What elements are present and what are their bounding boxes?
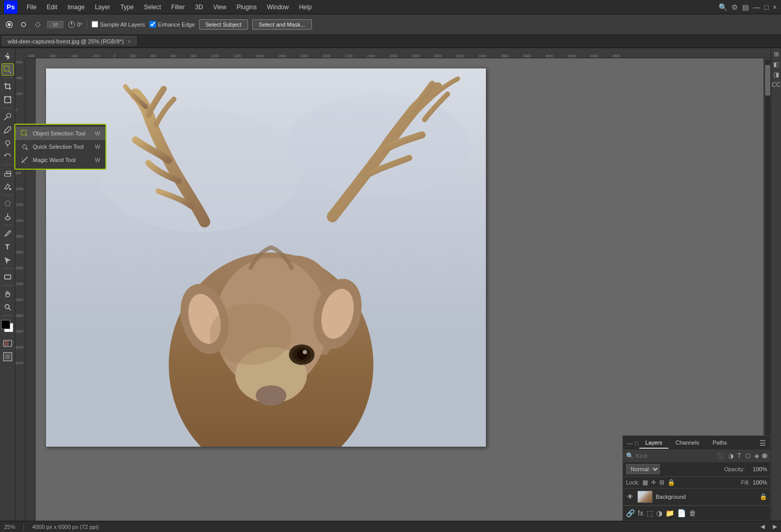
- brush-preset-picker[interactable]: [4, 19, 14, 30]
- layers-footer: 🔗 fx ⬚ ◑ 📁 📄 🗑: [623, 505, 770, 520]
- spot-healing-tool[interactable]: [2, 110, 14, 123]
- menu-3d[interactable]: 3D: [191, 2, 207, 12]
- minimize-btn[interactable]: —: [753, 3, 760, 11]
- eraser-tool[interactable]: [2, 167, 14, 179]
- panel-minimize-btn[interactable]: —: [627, 440, 633, 446]
- menu-plugins[interactable]: Plugins: [233, 2, 261, 12]
- paint-bucket-tool[interactable]: [2, 180, 14, 193]
- lock-artboard-btn[interactable]: ⊞: [659, 479, 664, 486]
- foreground-color-swatch[interactable]: [1, 320, 10, 329]
- svg-marker-8: [9, 71, 11, 73]
- cc-libraries-btn[interactable]: CC: [772, 81, 780, 89]
- sample-all-layers-check[interactable]: Sample All Layers: [92, 21, 145, 28]
- paths-tab[interactable]: Paths: [706, 437, 733, 449]
- enhance-edge-check[interactable]: Enhance Edge: [149, 21, 195, 28]
- filter-type-btn[interactable]: T: [737, 452, 742, 459]
- maximize-btn[interactable]: □: [764, 3, 768, 11]
- svg-point-44: [286, 94, 471, 196]
- svg-rect-25: [5, 275, 11, 279]
- brush-tool[interactable]: [2, 124, 14, 136]
- new-adjustment-btn[interactable]: ◑: [656, 509, 662, 517]
- workspace-icon[interactable]: ⚙: [731, 3, 738, 11]
- tab-close-btn[interactable]: ×: [128, 39, 131, 44]
- clone-stamp-tool[interactable]: [2, 137, 14, 149]
- history-brush-tool[interactable]: [2, 150, 14, 163]
- channels-tab[interactable]: Channels: [670, 437, 705, 449]
- filter-smartobj-btn[interactable]: ◈: [753, 452, 760, 459]
- blur-tool[interactable]: [2, 197, 14, 210]
- new-group-btn[interactable]: 📁: [665, 509, 674, 517]
- adjustments-collapse-btn[interactable]: ◨: [772, 71, 780, 79]
- hand-tool[interactable]: [2, 288, 14, 300]
- nav-next-btn[interactable]: ▶: [773, 523, 777, 530]
- lock-move-btn[interactable]: ✛: [651, 479, 656, 486]
- flyout-quick-selection[interactable]: Quick Selection Tool W: [15, 140, 105, 153]
- sample-all-layers-input[interactable]: [92, 21, 98, 28]
- menu-view[interactable]: View: [209, 2, 231, 12]
- menu-filter[interactable]: Filter: [167, 2, 189, 12]
- object-selection-tool[interactable]: [2, 63, 14, 76]
- frame-tool[interactable]: [2, 94, 14, 106]
- select-subject-button[interactable]: Select Subject: [199, 19, 248, 30]
- enhance-edge-input[interactable]: [149, 21, 156, 28]
- tool-separator-6: [3, 268, 13, 269]
- brush-hardness-icon[interactable]: [33, 19, 43, 30]
- layer-background[interactable]: 👁 Background 🔒: [623, 489, 770, 505]
- panel-maximize-btn[interactable]: □: [635, 440, 638, 446]
- dodge-tool[interactable]: [2, 211, 14, 223]
- svg-line-38: [21, 157, 23, 158]
- crop-tool[interactable]: [2, 80, 14, 92]
- flyout-magic-wand[interactable]: Magic Wand Tool W: [15, 153, 105, 167]
- text-tool[interactable]: T: [2, 241, 14, 253]
- lock-checkerboard-btn[interactable]: ▦: [642, 479, 648, 486]
- select-and-mask-button[interactable]: Select and Mask...: [252, 19, 312, 30]
- properties-collapse-btn[interactable]: ⊞: [772, 50, 780, 58]
- menu-edit[interactable]: Edit: [42, 2, 61, 12]
- layer-effects-btn[interactable]: fx: [638, 509, 643, 517]
- screen-mode-btn[interactable]: [2, 351, 14, 363]
- flyout-object-selection[interactable]: Object Selection Tool W: [15, 127, 105, 140]
- layers-tab[interactable]: Layers: [639, 437, 668, 449]
- path-selection-tool[interactable]: [2, 254, 14, 266]
- arrange-icon[interactable]: ▤: [742, 3, 749, 11]
- tool-separator-4: [3, 195, 13, 195]
- filter-shape-btn[interactable]: ⬡: [744, 452, 751, 459]
- right-collapse-panel: ⊞ ◧ ◨ CC: [771, 48, 781, 532]
- filter-dot: [762, 453, 767, 458]
- layers-search-input[interactable]: [636, 453, 713, 459]
- menu-file[interactable]: File: [23, 2, 40, 12]
- menu-help[interactable]: Help: [295, 2, 316, 12]
- zoom-tool[interactable]: [2, 301, 14, 313]
- libraries-collapse-btn[interactable]: ◧: [772, 60, 780, 68]
- lock-all-btn[interactable]: 🔒: [667, 479, 675, 486]
- blend-mode-select[interactable]: Normal: [626, 464, 660, 474]
- link-layers-btn[interactable]: 🔗: [626, 509, 635, 517]
- layer-visibility-eye[interactable]: 👁: [626, 493, 634, 501]
- menu-select[interactable]: Select: [140, 2, 165, 12]
- tool-separator-2: [3, 108, 13, 108]
- lock-label: Lock:: [626, 479, 639, 485]
- panel-menu-btn[interactable]: ☰: [760, 439, 766, 447]
- menu-window[interactable]: Window: [263, 2, 293, 12]
- filter-adjustment-btn[interactable]: ◑: [727, 452, 734, 459]
- ruler-top: -800-600-400-200020040060080010001200140…: [26, 48, 771, 58]
- svg-rect-31: [5, 354, 10, 359]
- menu-layer[interactable]: Layer: [91, 2, 114, 12]
- close-btn[interactable]: ×: [773, 3, 777, 11]
- move-tool[interactable]: [2, 50, 14, 62]
- pen-tool[interactable]: [2, 227, 14, 240]
- delete-layer-btn[interactable]: 🗑: [689, 509, 696, 517]
- menu-image[interactable]: Image: [63, 2, 88, 12]
- layers-filter-buttons: ⬛ ◑ T ⬡ ◈: [716, 452, 767, 459]
- new-layer-btn[interactable]: 📄: [677, 509, 686, 517]
- add-mask-btn[interactable]: ⬚: [646, 509, 653, 517]
- quick-mask-btn[interactable]: [2, 336, 14, 349]
- search-icon[interactable]: 🔍: [719, 3, 727, 11]
- rectangle-tool[interactable]: [2, 271, 14, 283]
- filter-pixel-btn[interactable]: ⬛: [716, 452, 725, 459]
- nav-prev-btn[interactable]: ◀: [761, 523, 765, 530]
- document-tab[interactable]: wild-deer-captured-forest.jpg @ 25% (RGB…: [2, 36, 137, 46]
- menu-type[interactable]: Type: [116, 2, 138, 12]
- brush-size-icon[interactable]: [18, 19, 29, 30]
- svg-point-56: [256, 385, 286, 406]
